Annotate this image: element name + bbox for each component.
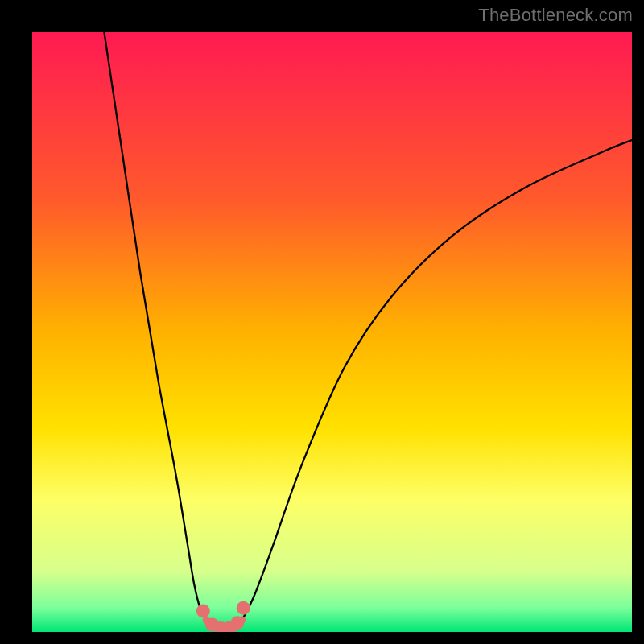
valley-marker: [196, 604, 210, 617]
chart-frame: TheBottleneck.com: [0, 0, 644, 644]
gradient-background: [32, 32, 632, 632]
valley-marker: [230, 616, 244, 630]
chart-svg: [32, 32, 632, 632]
valley-marker: [237, 601, 250, 615]
watermark-text: TheBottleneck.com: [478, 5, 633, 26]
plot-area: [32, 32, 632, 632]
